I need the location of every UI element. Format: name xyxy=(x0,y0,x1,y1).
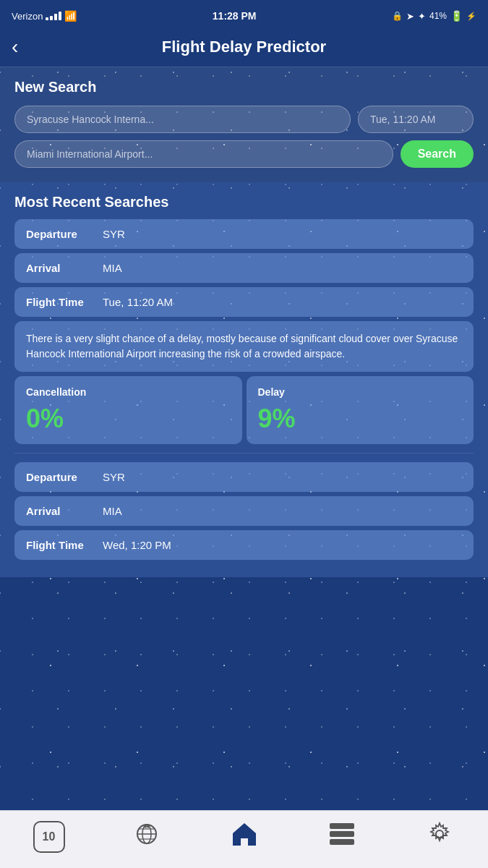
departure-label-1: Departure xyxy=(26,228,91,240)
status-time: 11:28 PM xyxy=(213,10,257,22)
svg-point-13 xyxy=(436,830,443,838)
arrival-row-2[interactable]: Arrival MIA xyxy=(14,496,474,526)
departure-value-2: SYR xyxy=(103,471,125,483)
badge-icon: 10 xyxy=(33,821,65,853)
home-icon xyxy=(231,820,258,853)
tab-list[interactable] xyxy=(313,815,371,859)
delay-box: Delay 9% xyxy=(247,376,474,444)
svg-line-6 xyxy=(147,827,149,827)
back-button[interactable]: ‹ xyxy=(12,37,18,57)
lock-icon: 🔒 xyxy=(392,11,403,21)
flighttime-label-1: Flight Time xyxy=(26,296,91,308)
stats-row-1: Cancellation 0% Delay 9% xyxy=(14,376,474,444)
flighttime-value-1: Tue, 11:20 AM xyxy=(103,296,173,308)
cancellation-box: Cancellation 0% xyxy=(14,376,242,444)
departure-label-2: Departure xyxy=(26,471,91,483)
svg-rect-11 xyxy=(330,831,354,837)
list-icon xyxy=(330,823,354,850)
tab-globe[interactable] xyxy=(118,815,176,859)
search-row-2: Miami International Airport... Search xyxy=(14,140,474,168)
result-group-2: Departure SYR Arrival MIA Flight Time We… xyxy=(14,453,474,560)
arrival-value-1: MIA xyxy=(103,262,122,274)
departure-row-2[interactable]: Departure SYR xyxy=(14,462,474,492)
search-row-1: Syracuse Hancock Interna... Tue, 11:20 A… xyxy=(14,106,474,133)
flighttime-label-2: Flight Time xyxy=(26,539,91,551)
tab-badge[interactable]: 10 xyxy=(20,815,78,859)
svg-rect-12 xyxy=(330,839,354,845)
main-content: New Search Syracuse Hancock Interna... T… xyxy=(0,67,488,810)
bluetooth-icon: ✦ xyxy=(418,11,426,22)
page-title: Flight Delay Predictor xyxy=(162,38,326,56)
delay-label: Delay xyxy=(258,386,285,398)
status-right: 🔒 ➤ ✦ 41% 🔋 ⚡ xyxy=(392,10,476,22)
badge-label: 10 xyxy=(43,830,56,843)
departure-row-1[interactable]: Departure SYR xyxy=(14,219,474,249)
flighttime-row-1[interactable]: Flight Time Tue, 11:20 AM xyxy=(14,287,474,317)
status-left: Verizon 📶 xyxy=(12,10,77,22)
tab-home[interactable] xyxy=(215,815,273,859)
arrival-label-1: Arrival xyxy=(26,262,91,274)
battery-label: 41% xyxy=(429,11,447,21)
tab-settings[interactable] xyxy=(411,815,468,859)
battery-icon: 🔋 xyxy=(450,10,463,22)
signal-bars xyxy=(46,12,61,20)
globe-icon xyxy=(134,822,159,851)
description-box-1: There is a very slight chance of a delay… xyxy=(14,321,474,372)
time-input[interactable]: Tue, 11:20 AM xyxy=(358,106,474,133)
cancellation-label: Cancellation xyxy=(26,386,86,398)
delay-value: 9% xyxy=(258,404,296,434)
result-group-1: Departure SYR Arrival MIA Flight Time Tu… xyxy=(14,219,474,444)
arrival-label-2: Arrival xyxy=(26,505,91,517)
search-form: Syracuse Hancock Interna... Tue, 11:20 A… xyxy=(14,106,474,168)
svg-marker-9 xyxy=(233,823,256,846)
departure-value-1: SYR xyxy=(103,228,125,240)
search-button[interactable]: Search xyxy=(401,140,474,168)
arrival-input[interactable]: Miami International Airport... xyxy=(14,140,393,168)
new-search-section: New Search Syracuse Hancock Interna... T… xyxy=(0,67,488,182)
departure-input[interactable]: Syracuse Hancock Interna... xyxy=(14,106,351,133)
arrival-value-2: MIA xyxy=(103,505,122,517)
flighttime-value-2: Wed, 1:20 PM xyxy=(103,539,171,551)
status-bar: Verizon 📶 11:28 PM 🔒 ➤ ✦ 41% 🔋 ⚡ xyxy=(0,0,488,32)
recent-searches-section: Most Recent Searches Departure SYR Arriv… xyxy=(0,182,488,577)
wifi-icon: 📶 xyxy=(64,10,77,22)
app-header: ‹ Flight Delay Predictor xyxy=(0,32,488,67)
location-icon: ➤ xyxy=(406,11,414,22)
recent-searches-title: Most Recent Searches xyxy=(14,194,474,210)
settings-icon xyxy=(427,822,452,851)
new-search-title: New Search xyxy=(14,79,474,95)
flighttime-row-2[interactable]: Flight Time Wed, 1:20 PM xyxy=(14,530,474,560)
charge-icon: ⚡ xyxy=(466,12,476,21)
svg-rect-10 xyxy=(330,823,354,829)
tab-bar: 10 xyxy=(0,810,488,868)
arrival-row-1[interactable]: Arrival MIA xyxy=(14,253,474,283)
carrier-label: Verizon xyxy=(12,11,43,22)
cancellation-value: 0% xyxy=(26,404,64,434)
